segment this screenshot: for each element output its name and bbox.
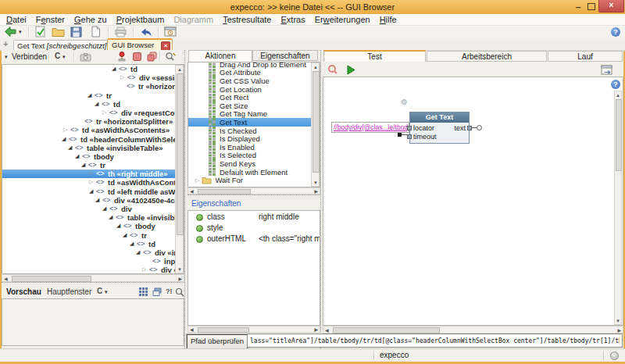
expander-icon[interactable]: ▷ — [89, 179, 93, 185]
expander-icon[interactable]: ▷ — [195, 177, 199, 184]
tab-vorschau[interactable]: Vorschau — [6, 287, 41, 296]
scroll-right-icon[interactable]: ▶ — [617, 327, 621, 334]
expander-icon[interactable]: ▷ — [63, 127, 67, 133]
tree-row[interactable]: ◢<>td «left middle asWidthAsCon — [2, 187, 184, 196]
scrollbar-thumb[interactable] — [198, 189, 251, 194]
preview-refresh-icon[interactable]: C — [97, 287, 102, 295]
path-field[interactable] — [247, 334, 623, 348]
maximize-button[interactable] — [588, 3, 595, 10]
expander-icon[interactable]: ◢ — [81, 162, 85, 168]
tab-eigenschaften[interactable]: Eigenschaften — [252, 50, 318, 61]
connect-caret-icon[interactable]: ▾ — [5, 54, 8, 60]
tree-row[interactable]: ◢<>tr — [2, 231, 184, 240]
expander-icon[interactable]: ◢ — [95, 101, 98, 107]
tree-row[interactable]: ▷<>th «right middle» — [2, 170, 184, 178]
tree-row[interactable]: ◢<>div «4102450e-4c8f-476d- — [2, 196, 184, 205]
tree-row[interactable]: ◢<>tr — [2, 161, 184, 170]
scrollbar-thumb[interactable] — [198, 327, 249, 333]
expander-icon[interactable]: ◢ — [68, 145, 72, 151]
scroll-left-icon[interactable]: ◀ — [325, 327, 329, 334]
canvas-help-icon[interactable]: ? — [611, 80, 620, 89]
action-item[interactable]: Is Checked — [188, 127, 320, 135]
search-edit-icon[interactable] — [165, 52, 177, 63]
check-path-button[interactable]: Pfad überprüfen — [187, 334, 248, 349]
tab-hauptfenster[interactable]: Hauptfenster — [47, 287, 91, 296]
action-item[interactable]: Default with Element — [188, 168, 320, 177]
expander-icon[interactable]: ◢ — [102, 205, 106, 212]
scrollbar-thumb[interactable] — [616, 99, 622, 171]
property-row[interactable]: style — [188, 222, 320, 233]
action-item[interactable]: Get Rect — [188, 93, 320, 102]
preview-refresh-caret-icon[interactable]: ▾ — [105, 289, 108, 295]
refresh-icon[interactable]: C — [55, 52, 60, 60]
expander-icon[interactable]: ◢ — [123, 232, 127, 238]
add-tab-icon[interactable]: + — [3, 39, 8, 48]
grid-icon[interactable] — [139, 287, 148, 298]
tree-row[interactable]: ▷<>td «asWidthAsContents» — [2, 178, 184, 187]
menu-item-gehe-zu[interactable]: Gehe zu — [70, 15, 112, 24]
output-connector-icon[interactable] — [477, 125, 482, 130]
menu-item-fenster[interactable]: Fenster — [31, 15, 70, 24]
scrollbar-thumb[interactable] — [333, 327, 440, 334]
close-button[interactable]: × — [598, 0, 624, 12]
diagram-canvas[interactable]: ? ▲ ▼ ⚙ //body/div[@clas...le/tbody/tr[1… — [323, 77, 623, 326]
expander-icon[interactable]: ◢ — [62, 136, 66, 142]
scroll-down-icon[interactable]: ▼ — [616, 318, 620, 324]
property-row[interactable]: classright middle — [188, 211, 320, 222]
tree-row[interactable]: ▷<>td «asWidthAsContents» — [2, 126, 184, 134]
expander-icon[interactable]: ▷ — [120, 74, 124, 80]
input-pin-icon[interactable] — [407, 126, 412, 130]
connect-button[interactable]: Verbinden — [12, 52, 47, 61]
canvas-vertical-scrollbar[interactable]: ▲ ▼ — [614, 91, 622, 325]
menu-item-testresultate[interactable]: Testresultate — [218, 15, 276, 24]
tab-arbeitsbereich[interactable]: Arbeitsbereich — [427, 51, 547, 62]
highlight-element-icon[interactable] — [133, 52, 141, 62]
expander-icon[interactable]: ▷ — [102, 109, 106, 116]
tree-row[interactable]: <>tr «horizontalSplitter» — [2, 82, 184, 91]
tree-row[interactable]: ▷<>div «fil — [2, 266, 184, 274]
scroll-up-icon[interactable]: ▲ — [313, 64, 318, 70]
expander-icon[interactable]: ◢ — [130, 241, 134, 247]
scroll-up-icon[interactable]: ▲ — [616, 92, 620, 98]
refresh-caret-icon[interactable]: ▾ — [62, 54, 66, 60]
locator-value-label[interactable]: //body/div[@clas...le/tbody/tr[1]/th — [331, 122, 409, 133]
scroll-right-icon[interactable]: ▶ — [314, 327, 318, 333]
expander-icon[interactable]: ◢ — [89, 188, 93, 194]
actions-vertical-scrollbar[interactable]: ▲ ▼ — [311, 62, 320, 187]
action-item[interactable]: Is Enabled — [188, 143, 320, 152]
expander-icon[interactable]: ◢ — [109, 214, 112, 220]
canvas-horizontal-scrollbar[interactable]: ◀ ▶ — [323, 326, 623, 334]
tree-row[interactable]: ◢<>table «invisibleTable i — [2, 213, 184, 222]
scrollbar-thumb[interactable] — [312, 71, 320, 173]
tree-row[interactable]: ◢<>table «invisibleTable» — [2, 144, 184, 152]
menu-item-datei[interactable]: Datei — [2, 15, 31, 24]
menu-item-hilfe[interactable]: Hilfe — [375, 15, 402, 24]
tab-aktionen[interactable]: Aktionen — [188, 50, 252, 62]
menu-item-projektbaum[interactable]: Projektbaum — [112, 15, 170, 24]
tree-horizontal-scrollbar[interactable]: ◀ ▶ — [2, 274, 184, 282]
expander-icon[interactable]: ◢ — [112, 66, 116, 72]
preview-pane[interactable] — [2, 298, 184, 346]
pin-text[interactable]: text — [454, 124, 466, 132]
pin-locator[interactable]: locator — [413, 124, 434, 132]
tree-row[interactable]: <>input « — [2, 257, 184, 266]
scroll-right-icon[interactable]: ▶ — [314, 188, 318, 194]
menu-item-diagramm[interactable]: Diagramm — [169, 15, 218, 24]
action-group-wait-for[interactable]: ▷Wait For — [188, 176, 320, 184]
pick-element-icon[interactable] — [117, 52, 127, 63]
tree-row[interactable]: ◢<>tbody — [2, 222, 184, 230]
minimize-button[interactable]: – — [573, 2, 584, 11]
scroll-left-icon[interactable]: ◀ — [190, 188, 194, 194]
tree-row[interactable]: ◢<>td — [2, 240, 184, 248]
tree-row[interactable]: <>tr «horizontalSplitter» — [2, 117, 184, 126]
action-item[interactable]: Is Displayed — [188, 134, 320, 143]
inspect-question-icon[interactable]: ?! — [166, 287, 173, 295]
scroll-left-icon[interactable]: ◀ — [4, 276, 8, 282]
expander-icon[interactable]: ▷ — [89, 170, 93, 177]
tree-row[interactable]: ◢<>td — [2, 100, 184, 109]
menu-item-extras[interactable]: Extras — [277, 15, 310, 24]
action-item[interactable]: Get Text — [188, 118, 320, 127]
expander-icon[interactable]: ◢ — [136, 249, 140, 255]
scroll-up-icon[interactable]: ▲ — [177, 66, 182, 73]
action-item[interactable]: Drag And Drop to Element — [188, 62, 320, 69]
